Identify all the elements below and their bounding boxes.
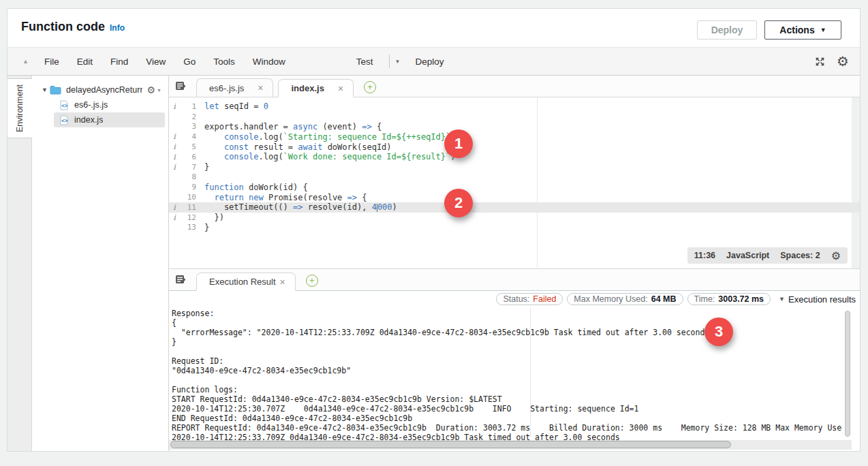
- tree-item-es6-.js.js[interactable]: <>es6-.js.js: [54, 97, 165, 112]
- code-token: setTimeout((): [204, 202, 293, 212]
- menu-file[interactable]: File: [35, 57, 68, 67]
- tree-item-index.js[interactable]: <>index.js: [54, 112, 165, 127]
- code-line-13[interactable]: 13}: [169, 223, 860, 233]
- cursor-position[interactable]: 11:36: [694, 251, 715, 260]
- output-line: REPORT RequestId: 0d4a1340-e9ce-47c2-803…: [172, 423, 842, 433]
- code-line-4[interactable]: i4 console.log(`Starting: sequence Id=${…: [169, 131, 860, 142]
- code-line-7[interactable]: i7}: [169, 162, 860, 172]
- info-link[interactable]: Info: [110, 23, 125, 33]
- execution-output[interactable]: Response:{ "errorMessage": "2020-10-14T1…: [172, 309, 842, 442]
- code-token: new: [249, 193, 264, 202]
- code-line-3[interactable]: 3exports.handler = async (event) => {: [169, 122, 860, 132]
- code-token: =>: [293, 202, 303, 212]
- svg-text:<>: <>: [61, 102, 68, 108]
- line-number: 4: [180, 132, 196, 141]
- horizontal-scrollbar-thumb[interactable]: [170, 441, 731, 448]
- output-line: "0d4a1340-e9ce-47c2-8034-e35ec9cb1c9b": [172, 366, 842, 375]
- code-token: exports.handler =: [204, 122, 293, 131]
- code-line-11[interactable]: i11 setTimeout(() => resolve(id), 4000): [169, 202, 860, 213]
- line-number: 12: [180, 213, 196, 222]
- horizontal-scrollbar-track[interactable]: [169, 440, 852, 450]
- code-line-6[interactable]: i6 console.log(`Work done: sequence Id=$…: [169, 152, 860, 162]
- line-number: 11: [180, 203, 196, 212]
- code-token: result =: [249, 142, 298, 152]
- add-tab-icon[interactable]: +: [364, 81, 376, 93]
- folder-caret-icon[interactable]: ▼: [42, 87, 50, 93]
- actions-button[interactable]: Actions ▼: [764, 20, 841, 40]
- output-line: [172, 375, 842, 385]
- tree-settings-control[interactable]: ⚙ ▼: [147, 84, 162, 95]
- code-text: let seqId = 0: [196, 102, 268, 111]
- code-line-9[interactable]: 9function doWork(id) {: [169, 182, 860, 192]
- collapse-panel-icon[interactable]: ▲: [22, 58, 29, 65]
- tab-label: Execution Result: [209, 277, 276, 287]
- pane-list-icon[interactable]: [175, 81, 186, 91]
- execution-results-dropdown[interactable]: ▼ Execution results: [779, 294, 856, 305]
- code-text: const result = await doWork(seqId): [196, 142, 392, 152]
- editor-statusbar: 11:36 JavaScript Spaces: 2 ⚙: [687, 247, 848, 264]
- menu-view[interactable]: View: [137, 57, 174, 67]
- line-number: 8: [180, 172, 196, 181]
- menu-find[interactable]: Find: [102, 57, 137, 67]
- menu-go[interactable]: Go: [174, 57, 204, 67]
- code-line-5[interactable]: i5 const result = await doWork(seqId): [169, 142, 860, 152]
- indent-setting[interactable]: Spaces: 2: [780, 251, 820, 260]
- code-line-10[interactable]: 10 return new Promise(resolve => {: [169, 192, 860, 202]
- output-line: }: [172, 337, 842, 347]
- tab-close-icon[interactable]: ×: [258, 82, 263, 93]
- gutter-info-icon: i: [169, 132, 180, 141]
- code-lines: i1let seqId = 023exports.handler = async…: [169, 102, 860, 232]
- code-line-2[interactable]: 2: [169, 112, 860, 122]
- function-code-panel: Function code Info Deploy Actions ▼ ▲ Fi…: [7, 8, 861, 452]
- tab-close-icon[interactable]: ×: [280, 277, 285, 288]
- code-line-1[interactable]: i1let seqId = 0: [169, 102, 860, 112]
- output-line: 2020-10-14T12:25:30.707Z 0d4a1340-e9ce-4…: [172, 404, 842, 414]
- execution-panel: Execution Result × + Status:FailedMax Me…: [169, 269, 860, 451]
- code-token: (event): [317, 122, 362, 131]
- code-token: 000: [377, 202, 392, 212]
- code-token: =>: [362, 122, 371, 131]
- tab-index.js[interactable]: index.js×: [278, 79, 354, 97]
- tree-folder-row[interactable]: ▼ delayedAsyncReturn ⚙ ▼: [32, 82, 168, 97]
- line-number: 7: [180, 163, 196, 172]
- language-mode[interactable]: JavaScript: [726, 251, 769, 260]
- line-number: 5: [180, 142, 196, 151]
- menu-tools[interactable]: Tools: [204, 57, 244, 67]
- pane-list-icon[interactable]: [175, 275, 186, 285]
- menu-edit[interactable]: Edit: [68, 57, 102, 67]
- left-dock-strip: Environment: [7, 76, 32, 451]
- menu-deploy[interactable]: Deploy: [415, 57, 444, 67]
- chevron-down-icon: ▼: [820, 27, 826, 33]
- code-token: doWork(id) {: [244, 183, 308, 192]
- file-icon-wrap: <>: [59, 100, 69, 110]
- environment-tab[interactable]: Environment: [7, 78, 32, 138]
- code-text: return new Promise(resolve => {: [196, 193, 367, 202]
- code-token: return: [214, 193, 243, 202]
- add-tab-icon[interactable]: +: [306, 275, 318, 287]
- tab-label: es6-.js.js: [209, 83, 244, 93]
- editor-tabbar: es6-.js.js×index.js× +: [169, 76, 860, 97]
- code-token: await: [298, 142, 322, 152]
- output-line: {: [172, 318, 842, 328]
- code-line-8[interactable]: 8: [169, 172, 860, 183]
- code-editor[interactable]: i1let seqId = 023exports.handler = async…: [169, 97, 860, 269]
- code-line-12[interactable]: i12 }): [169, 213, 860, 223]
- code-text: }: [196, 223, 209, 232]
- menu-test[interactable]: Test: [347, 57, 382, 67]
- settings-gear-icon[interactable]: ⚙: [837, 53, 849, 69]
- badge-label: Status:: [503, 294, 529, 304]
- test-dropdown-caret-icon[interactable]: ▼: [395, 59, 401, 65]
- tab-es6-.js.js[interactable]: es6-.js.js×: [196, 78, 273, 97]
- callout-3: 3: [704, 317, 733, 346]
- fullscreen-icon[interactable]: [814, 56, 826, 67]
- code-token: let: [204, 102, 219, 111]
- code-token: Promise(resolve: [264, 193, 347, 202]
- badge-value: 64 MB: [651, 294, 677, 304]
- chevron-down-icon: ▼: [779, 296, 785, 302]
- tab-execution-result[interactable]: Execution Result ×: [196, 273, 296, 291]
- statusbar-gear-icon[interactable]: ⚙: [831, 249, 841, 262]
- tab-close-icon[interactable]: ×: [338, 83, 343, 94]
- menu-window[interactable]: Window: [244, 57, 294, 67]
- deploy-button[interactable]: Deploy: [697, 20, 757, 40]
- vertical-scrollbar[interactable]: [845, 311, 850, 437]
